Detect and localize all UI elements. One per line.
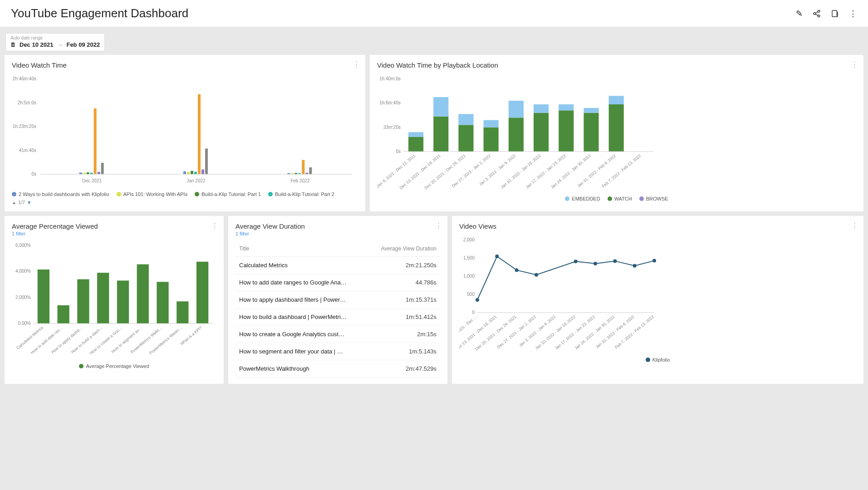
legend-watch-time: 2 Ways to build dashboards with Klipfoli… xyxy=(12,191,358,205)
svg-text:2h:5m:0s: 2h:5m:0s xyxy=(18,100,36,105)
table-row[interactable]: PowerMetrics Walkthrough2m:47.529s xyxy=(235,360,440,377)
export-icon[interactable] xyxy=(831,10,839,18)
svg-text:33m:20s: 33m:20s xyxy=(383,125,401,130)
svg-text:2,000: 2,000 xyxy=(463,237,475,242)
svg-rect-30 xyxy=(302,160,304,175)
svg-rect-57 xyxy=(559,104,574,110)
svg-rect-59 xyxy=(584,113,598,152)
cell-title: How to add date ranges to Google Ana… xyxy=(235,274,361,291)
svg-rect-75 xyxy=(77,279,89,323)
date-bar: Auto date range 🗓 Dec 10 2021 → Feb 09 2… xyxy=(0,27,868,55)
cell-title: PowerMetrics Walkthrough xyxy=(235,360,361,377)
legend-item[interactable]: Build-a-Klip Tutorial: Part 1 xyxy=(195,191,261,197)
svg-rect-85 xyxy=(177,301,188,323)
legend-item[interactable]: Klipfolio xyxy=(646,357,670,363)
card-menu-watch-time[interactable]: ⋮ xyxy=(353,60,360,69)
cell-duration: 1m:5.143s xyxy=(361,343,440,360)
table-header-duration[interactable]: Average View Duration xyxy=(361,241,440,257)
page-header: YouTube Engagement Dashboard ✎ ⋮ xyxy=(0,0,868,27)
header-actions: ✎ ⋮ xyxy=(796,9,857,19)
chevron-up-icon[interactable]: ▲ xyxy=(12,200,16,205)
table-row[interactable]: How to create a Google Analytics cust…2m… xyxy=(235,326,440,343)
svg-text:1h:23m:20s: 1h:23m:20s xyxy=(13,124,36,129)
svg-rect-44 xyxy=(458,125,473,152)
svg-point-109 xyxy=(574,260,578,263)
card-menu-views[interactable]: ⋮ xyxy=(851,221,858,230)
dashboard-row-1: Video Watch Time ⋮ 0s41m:40s1h:23m:20s2h… xyxy=(0,55,868,216)
svg-text:Dec 13, 2021 - Dec 19, 2021: Dec 13, 2021 - Dec 19, 2021 xyxy=(399,153,442,191)
date-range-auto-label: Auto date range xyxy=(6,34,104,40)
legend-item[interactable]: WATCH xyxy=(608,196,632,201)
table-row[interactable]: How to add date ranges to Google Ana…44.… xyxy=(235,274,440,291)
table-header-title[interactable]: Title xyxy=(235,241,361,257)
svg-point-2 xyxy=(818,15,820,17)
page-title: YouTube Engagement Dashboard xyxy=(11,6,188,20)
svg-rect-54 xyxy=(534,104,549,113)
svg-rect-12 xyxy=(87,172,89,174)
svg-point-106 xyxy=(495,255,499,258)
svg-text:0s: 0s xyxy=(31,172,36,176)
svg-rect-77 xyxy=(97,273,109,323)
svg-rect-79 xyxy=(117,280,129,323)
card-menu-playback-loc[interactable]: ⋮ xyxy=(851,60,858,69)
cell-duration: 2m:21.250s xyxy=(361,257,440,274)
svg-text:Dec 27, 2021 - Jan 2, 2022: Dec 27, 2021 - Jan 2, 2022 xyxy=(496,314,537,349)
svg-point-0 xyxy=(818,10,820,12)
svg-rect-71 xyxy=(38,270,49,323)
date-range-picker[interactable]: Auto date range 🗓 Dec 10 2021 → Feb 09 2… xyxy=(5,33,105,51)
svg-rect-50 xyxy=(509,118,524,152)
edit-icon[interactable]: ✎ xyxy=(796,9,803,19)
svg-rect-73 xyxy=(58,305,69,323)
cell-title: How to apply dashboard filters | Power… xyxy=(235,291,361,309)
svg-rect-53 xyxy=(534,113,549,152)
legend-item[interactable]: BROWSE xyxy=(639,196,668,201)
card-title-avg-pct: Average Percentage Viewed xyxy=(12,222,216,230)
svg-point-112 xyxy=(633,264,637,268)
svg-rect-48 xyxy=(484,120,499,127)
svg-text:500: 500 xyxy=(467,292,475,297)
card-title-views: Video Views xyxy=(459,222,856,230)
card-filter-avg-pct[interactable]: 1 filter xyxy=(12,231,216,236)
card-views: Video Views ⋮ 05001,0001,5002,000Dec 6, … xyxy=(452,216,863,384)
svg-text:How to add date ran…: How to add date ran… xyxy=(30,325,64,355)
more-icon[interactable]: ⋮ xyxy=(849,9,857,19)
svg-rect-32 xyxy=(309,167,312,174)
cell-title: How to create a Google Analytics cust… xyxy=(235,326,361,343)
card-menu-avg-dur[interactable]: ⋮ xyxy=(435,221,442,230)
svg-rect-14 xyxy=(94,108,97,174)
table-row[interactable]: Calculated Metrics2m:21.250s xyxy=(235,257,440,274)
chevron-down-icon[interactable]: ▼ xyxy=(27,200,31,205)
card-menu-avg-pct[interactable]: ⋮ xyxy=(211,221,218,230)
cell-duration: 1m:15.371s xyxy=(361,291,440,309)
legend-item[interactable]: APIs 101: Working With APIs xyxy=(117,191,188,197)
card-title-playback-loc: Video Watch Time by Playback Location xyxy=(377,61,856,69)
svg-text:0: 0 xyxy=(472,310,475,315)
svg-point-1 xyxy=(814,12,816,15)
table-row[interactable]: How to segment and filter your data | …1… xyxy=(235,343,440,360)
svg-point-108 xyxy=(535,273,538,277)
svg-rect-87 xyxy=(196,262,208,323)
svg-rect-38 xyxy=(408,137,423,152)
legend-item[interactable]: EMBEDDED xyxy=(565,196,600,201)
card-filter-avg-dur[interactable]: 1 filter xyxy=(235,231,440,236)
legend-item[interactable]: Build-a-Klip Tutorial: Part 2 xyxy=(268,191,334,197)
svg-text:What is a KPI?: What is a KPI? xyxy=(179,325,203,346)
svg-text:6,000%: 6,000% xyxy=(15,243,31,248)
legend-item[interactable]: 2 Ways to build dashboards with Klipfoli… xyxy=(12,191,109,197)
legend-item[interactable]: Average Percentage Viewed xyxy=(79,363,149,369)
svg-text:Feb 7, 2022 - Feb 13, 2022: Feb 7, 2022 - Feb 13, 2022 xyxy=(614,314,655,350)
svg-rect-24 xyxy=(205,148,208,174)
svg-rect-62 xyxy=(609,104,624,152)
cell-duration: 44.786s xyxy=(361,274,440,291)
table-row[interactable]: How to build a dashboard | PowerMetri…1m… xyxy=(235,309,440,326)
cell-title: How to segment and filter your data | … xyxy=(235,343,361,360)
share-icon[interactable] xyxy=(813,10,821,18)
svg-text:4,000%: 4,000% xyxy=(15,269,31,274)
chart-watch-time: 0s41m:40s1h:23m:20s2h:5m:0s2h:46m:40sDec… xyxy=(12,74,358,188)
svg-point-107 xyxy=(515,268,519,272)
svg-text:Dec 6, 2021 - Dec 12, 2021: Dec 6, 2021 - Dec 12, 2021 xyxy=(377,153,417,189)
svg-rect-47 xyxy=(484,127,499,152)
date-range-start: Dec 10 2021 xyxy=(20,41,53,48)
table-row[interactable]: How to apply dashboard filters | Power…1… xyxy=(235,291,440,309)
legend-pager[interactable]: ▲1/7▼ xyxy=(12,200,31,205)
